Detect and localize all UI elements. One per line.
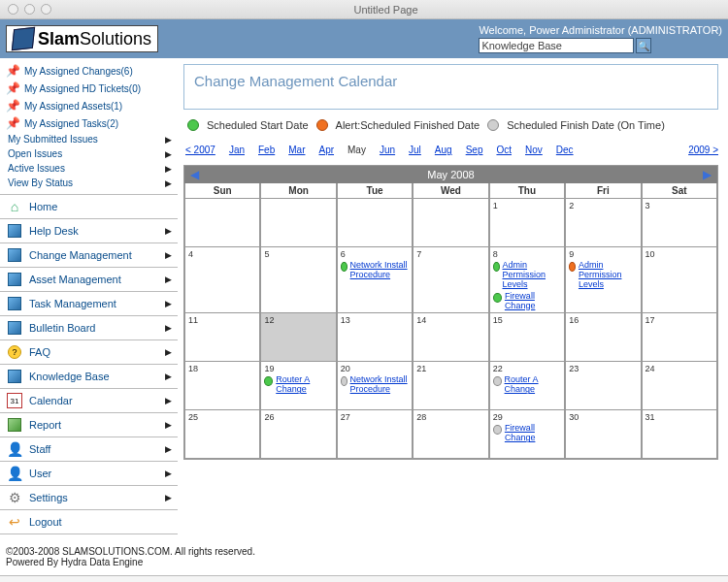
day-cell[interactable]: 23	[565, 362, 641, 410]
pin-icon: 📌	[6, 64, 20, 78]
nav-item-asset-management[interactable]: Asset Management▶	[0, 268, 178, 292]
month-link-aug[interactable]: Aug	[435, 145, 452, 155]
day-cell[interactable]: 28	[413, 410, 488, 459]
zoom-window-icon[interactable]	[41, 4, 51, 15]
month-link-mar[interactable]: Mar	[288, 145, 305, 155]
statusbar: Done	[0, 575, 728, 582]
event-link[interactable]: Network Install Procedure	[350, 375, 410, 395]
nav-item-calendar[interactable]: 31Calendar▶	[0, 389, 178, 413]
nav-item-staff[interactable]: 👤Staff▶	[0, 437, 178, 462]
month-link-sep[interactable]: Sep	[466, 145, 483, 155]
day-cell[interactable]: 7	[413, 247, 488, 313]
calendar-event[interactable]: Admin Permission Levels	[569, 261, 637, 290]
day-cell[interactable]: 5	[260, 247, 336, 313]
nav-item-faq[interactable]: ?FAQ▶	[0, 340, 178, 365]
nav-item-user[interactable]: 👤User▶	[0, 462, 178, 486]
day-cell[interactable]: 30	[565, 410, 641, 459]
quicklink-3[interactable]: 📌My Assigned Tasks(2)	[0, 114, 178, 132]
day-cell[interactable]: 17	[642, 313, 717, 362]
day-cell[interactable]: 20Network Install Procedure	[337, 362, 413, 410]
day-cell[interactable]: 31	[642, 410, 717, 459]
day-cell[interactable]: 18	[184, 362, 260, 410]
window-titlebar: Untitled Page	[0, 0, 728, 19]
calendar-event[interactable]: Firewall Change	[493, 292, 561, 311]
month-link-jun[interactable]: Jun	[380, 145, 395, 155]
day-cell[interactable]: 3	[642, 199, 717, 247]
quicklink-1[interactable]: 📌My Assigned HD Tickets(0)	[0, 80, 178, 97]
day-cell[interactable]: 15	[489, 313, 565, 362]
quicklink-0[interactable]: 📌My Assigned Changes(6)	[0, 62, 178, 80]
day-cell[interactable]: 12	[260, 313, 336, 362]
nav-item-change-management[interactable]: Change Management▶	[0, 243, 178, 268]
event-link[interactable]: Admin Permission Levels	[503, 261, 562, 290]
day-cell[interactable]: 9Admin Permission Levels	[565, 247, 641, 313]
day-cell[interactable]: 14	[413, 313, 488, 362]
day-cell[interactable]	[337, 199, 413, 247]
chevron-right-icon: ▶	[165, 420, 172, 430]
event-link[interactable]: Router A Change	[276, 375, 333, 395]
day-cell[interactable]: 21	[413, 362, 488, 410]
event-link[interactable]: Firewall Change	[505, 424, 561, 443]
month-link-oct[interactable]: Oct	[496, 145, 512, 155]
calendar-event[interactable]: Network Install Procedure	[341, 375, 409, 395]
month-link-nov[interactable]: Nov	[525, 145, 543, 155]
nav-item-help-desk[interactable]: Help Desk▶	[0, 219, 178, 243]
nav-item-home[interactable]: ⌂Home	[0, 195, 178, 219]
calendar-event[interactable]: Router A Change	[264, 375, 332, 395]
day-cell[interactable]	[413, 199, 488, 247]
day-cell[interactable]: 22Router A Change	[489, 362, 565, 410]
day-cell[interactable]: 27	[337, 410, 413, 459]
month-link-dec[interactable]: Dec	[556, 145, 574, 155]
chevron-right-icon: ▶	[165, 323, 172, 333]
nav-item-logout[interactable]: ↩Logout	[0, 510, 178, 534]
day-cell[interactable]	[260, 199, 336, 247]
next-year-link[interactable]: 2009 >	[688, 145, 718, 155]
close-window-icon[interactable]	[8, 4, 18, 15]
minilink-1[interactable]: Open Issues▶	[0, 146, 178, 161]
day-cell[interactable]: 26	[260, 410, 336, 459]
minimize-window-icon[interactable]	[24, 4, 35, 15]
day-cell[interactable]: 8Admin Permission LevelsFirewall Change	[489, 247, 565, 313]
search-button[interactable]: 🔍	[636, 38, 651, 53]
day-cell[interactable]: 25	[184, 410, 260, 459]
nav-item-bulletin-board[interactable]: Bulletin Board▶	[0, 316, 178, 340]
event-link[interactable]: Router A Change	[505, 375, 562, 395]
day-cell[interactable]: 10	[642, 247, 717, 313]
day-cell[interactable]	[184, 199, 260, 247]
event-link[interactable]: Network Install Procedure	[350, 261, 410, 280]
nav-item-task-management[interactable]: Task Management▶	[0, 292, 178, 316]
month-link-apr[interactable]: Apr	[318, 145, 334, 155]
month-link-jul[interactable]: Jul	[409, 145, 421, 155]
day-cell[interactable]: 1	[489, 199, 565, 247]
cube-icon	[8, 273, 21, 286]
day-cell[interactable]: 11	[184, 313, 260, 362]
quicklink-2[interactable]: 📌My Assigned Assets(1)	[0, 97, 178, 114]
nav-item-settings[interactable]: ⚙Settings▶	[0, 486, 178, 510]
month-link-jan[interactable]: Jan	[229, 145, 245, 155]
day-cell[interactable]: 6Network Install Procedure	[337, 247, 413, 313]
month-link-feb[interactable]: Feb	[258, 145, 275, 155]
app-logo[interactable]: SlamSolutions	[6, 25, 158, 52]
day-cell[interactable]: 16	[565, 313, 641, 362]
day-cell[interactable]: 2	[565, 199, 641, 247]
calendar-event[interactable]: Admin Permission Levels	[493, 261, 561, 290]
nav-item-knowledge-base[interactable]: Knowledge Base▶	[0, 365, 178, 389]
calendar-event[interactable]: Network Install Procedure	[341, 261, 409, 280]
minilink-2[interactable]: Active Issues▶	[0, 161, 178, 176]
cal-next-month-icon[interactable]: ▶	[697, 168, 717, 181]
day-cell[interactable]: 19Router A Change	[260, 362, 336, 410]
cal-prev-month-icon[interactable]: ◀	[184, 168, 205, 181]
event-link[interactable]: Firewall Change	[505, 292, 561, 311]
day-cell[interactable]: 13	[337, 313, 413, 362]
event-link[interactable]: Admin Permission Levels	[579, 261, 638, 290]
nav-item-report[interactable]: Report▶	[0, 413, 178, 437]
day-cell[interactable]: 24	[642, 362, 717, 410]
minilink-3[interactable]: View By Status▶	[0, 176, 178, 190]
day-cell[interactable]: 4	[184, 247, 260, 313]
kb-search-input[interactable]	[479, 38, 634, 53]
calendar-event[interactable]: Router A Change	[493, 375, 561, 395]
minilink-0[interactable]: My Submitted Issues▶	[0, 132, 178, 146]
day-cell[interactable]: 29Firewall Change	[489, 410, 565, 459]
prev-year-link[interactable]: < 2007	[185, 145, 215, 155]
calendar-event[interactable]: Firewall Change	[493, 424, 561, 443]
